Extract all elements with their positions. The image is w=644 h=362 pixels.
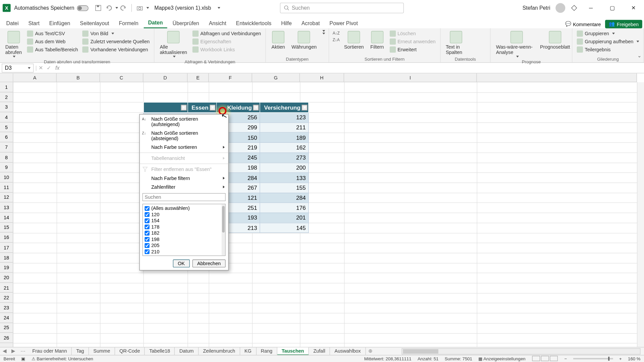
collapse-ribbon[interactable]: ⌄ [637, 53, 641, 59]
tab-formeln[interactable]: Formeln [114, 18, 143, 28]
filter-dropdown-icon[interactable]: ▾ [253, 105, 259, 111]
filter-value-checkbox[interactable]: 120 [145, 211, 223, 217]
filter-dropdown-icon[interactable]: ▾ [181, 105, 186, 111]
share-button[interactable]: 👥 Freigeben [605, 20, 642, 28]
close-button[interactable]: ✕ [626, 2, 641, 14]
filter-value-checkbox[interactable]: 182 [145, 230, 223, 236]
filter-by-color[interactable]: Nach Farbe filtern [140, 174, 228, 182]
cancel-button[interactable]: Abbrechen [192, 259, 225, 267]
row-header-24[interactable]: 24 [0, 313, 13, 323]
sort-descending[interactable]: Z↓ Nach Größe sortieren (absteigend) [140, 129, 228, 143]
column-header-A[interactable]: A [13, 73, 57, 82]
tab-hilfe[interactable]: Hilfe [277, 18, 296, 28]
undo-icon[interactable] [105, 4, 112, 11]
redo-icon[interactable] [120, 4, 127, 11]
table-cell[interactable]: 284 [260, 193, 309, 203]
table-cell[interactable]: 200 [260, 163, 309, 173]
autosave-toggle[interactable]: Automatisches Speichern [14, 5, 89, 11]
tab-seitenlayout[interactable]: Seitenlayout [75, 18, 113, 28]
row-header-25[interactable]: 25 [0, 323, 13, 333]
row-header-18[interactable]: 18 [0, 253, 13, 263]
filter-value-checkbox[interactable]: 178 [145, 224, 223, 230]
filter-value-checkbox[interactable]: 154 [145, 218, 223, 224]
name-box[interactable]: D3 [2, 63, 34, 72]
from-text-csv[interactable]: Aus Text/CSV [26, 30, 79, 37]
zoom-level[interactable]: 160 % [628, 356, 640, 361]
filter-search-input[interactable] [143, 193, 226, 201]
undo-dropdown[interactable] [115, 7, 118, 9]
advanced-filter[interactable]: Erweitert [389, 46, 437, 53]
horizontal-scrollbar[interactable] [401, 348, 640, 354]
filter-dropdown-icon[interactable]: ▾ [302, 105, 308, 111]
tab-start[interactable]: Start [24, 18, 44, 28]
new-sheet[interactable]: ⊕ [366, 348, 375, 354]
table-cell[interactable]: 176 [260, 203, 309, 213]
maximize-button[interactable]: ▢ [604, 2, 620, 14]
filter-value-checkbox[interactable]: 225 [145, 255, 223, 256]
subtotal-button[interactable]: Teilergebnis [576, 46, 640, 53]
table-cell[interactable]: 211 [260, 123, 309, 133]
accessibility-status[interactable]: ⚠ Barrierefreiheit: Untersuchen [32, 356, 93, 361]
number-filters[interactable]: Zahlenfilter [140, 183, 228, 191]
sheet-tab-kg[interactable]: KG [240, 347, 257, 355]
row-header-26[interactable]: 26 [0, 333, 13, 343]
sheet-tab-zufall[interactable]: Zufall [309, 347, 330, 355]
row-header-21[interactable]: 21 [0, 283, 13, 293]
table-cell[interactable]: 155 [260, 183, 309, 193]
tab-einfügen[interactable]: Einfügen [45, 18, 75, 28]
tab-entwicklertools[interactable]: Entwicklertools [231, 18, 276, 28]
filter-checklist[interactable]: (Alles auswählen) 1201541781821982052102… [143, 204, 226, 256]
from-web[interactable]: Aus dem Web [26, 38, 79, 45]
row-header-8[interactable]: 8 [0, 153, 13, 163]
column-header-H[interactable]: H [300, 73, 344, 82]
save-icon[interactable] [95, 4, 102, 11]
macro-icon[interactable]: ▣ [21, 356, 25, 361]
row-header-5[interactable]: 5 [0, 122, 13, 132]
group-button[interactable]: Gruppieren [576, 30, 640, 37]
row-header-6[interactable]: 6 [0, 132, 13, 142]
zoom-slider[interactable] [573, 358, 613, 359]
sheet-tab-auswahlbox[interactable]: Auswahlbox [330, 347, 366, 355]
table-header-Versicherung[interactable]: Versicherung▾ [260, 103, 309, 113]
tab-power pivot[interactable]: Power Pivot [325, 18, 362, 28]
display-settings[interactable]: ▦ Anzeigeeinstellungen [478, 356, 525, 361]
tab-überprüfen[interactable]: Überprüfen [168, 18, 204, 28]
tab-ansicht[interactable]: Ansicht [204, 18, 230, 28]
sheet-tab-zeilenumbruch[interactable]: Zeilenumbruch [199, 347, 240, 355]
sheet-tab-rang[interactable]: Rang [256, 347, 277, 355]
row-header-23[interactable]: 23 [0, 303, 13, 313]
diamond-icon[interactable] [571, 4, 578, 11]
tab-daten[interactable]: Daten [144, 18, 167, 28]
sheet-tab-tag[interactable]: Tag [72, 347, 89, 355]
sort-ascending[interactable]: A↓ Nach Größe sortieren (aufsteigend) [140, 115, 228, 129]
sheet-list[interactable]: ⋯ [18, 348, 28, 354]
sort-asc-icon[interactable]: A↓Z [333, 30, 340, 36]
filter-button[interactable]: Filtern [368, 30, 386, 51]
row-header-3[interactable]: 3 [0, 102, 13, 112]
queries-connections[interactable]: Abfragen und Verbindungen [192, 30, 262, 37]
zoom-in[interactable]: + [619, 356, 622, 361]
row-header-4[interactable]: 4 [0, 112, 13, 122]
search-box[interactable]: Suchen [280, 3, 404, 13]
column-header-D[interactable]: D [143, 73, 187, 82]
table-cell[interactable]: 145 [260, 223, 309, 233]
fx-icon[interactable]: fx [53, 65, 62, 71]
comments-button[interactable]: 💬 Kommentare [561, 20, 604, 28]
table-header-Essen[interactable]: Essen▾ [188, 103, 217, 113]
view-buttons[interactable] [532, 356, 558, 362]
sort-desc-icon[interactable]: Z↓A [333, 37, 340, 43]
camera-icon[interactable] [136, 4, 143, 11]
column-header-B[interactable]: B [57, 73, 100, 82]
sort-by-color[interactable]: Nach Farbe sortieren [140, 143, 228, 152]
sheet-tab-tauschen[interactable]: Tauschen [277, 347, 309, 355]
stocks-button[interactable]: Aktien [269, 30, 287, 51]
table-cell[interactable]: 201 [260, 213, 309, 223]
sheet-nav-next[interactable]: ▶ [9, 348, 17, 354]
row-header-12[interactable]: 12 [0, 192, 13, 202]
sort-button[interactable]: Sortieren [342, 30, 366, 51]
minimize-button[interactable]: ─ [583, 2, 599, 14]
row-header-16[interactable]: 16 [0, 233, 13, 243]
column-header-C[interactable]: C [100, 73, 143, 82]
tab-datei[interactable]: Datei [2, 18, 23, 28]
row-header-14[interactable]: 14 [0, 213, 13, 223]
